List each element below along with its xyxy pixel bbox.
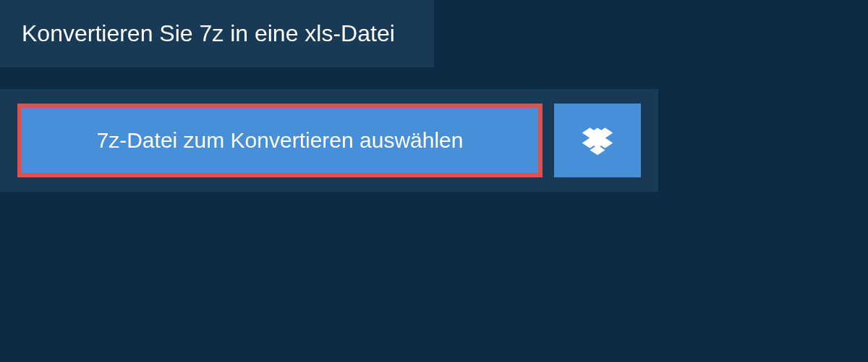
action-panel: 7z-Datei zum Konvertieren auswählen — [0, 89, 658, 192]
dropbox-button[interactable] — [554, 104, 641, 177]
page-title: Konvertieren Sie 7z in eine xls-Datei — [22, 20, 412, 47]
header-panel: Konvertieren Sie 7z in eine xls-Datei — [0, 0, 434, 67]
dropbox-icon — [582, 125, 613, 156]
select-file-label: 7z-Datei zum Konvertieren auswählen — [97, 128, 464, 153]
select-file-button[interactable]: 7z-Datei zum Konvertieren auswählen — [17, 104, 542, 177]
